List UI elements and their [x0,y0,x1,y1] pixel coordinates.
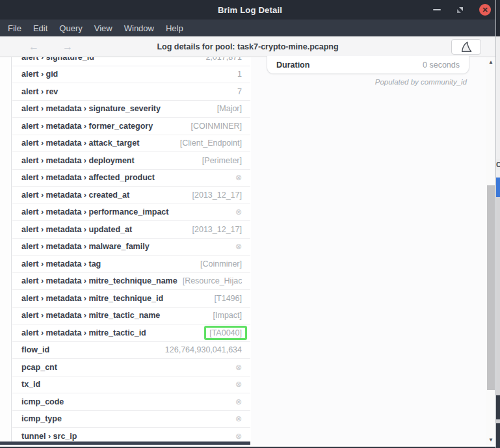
scroll-down-arrow-icon[interactable]: ▼ [486,437,495,443]
field-value: [Client_Endpoint] [180,138,242,148]
vertical-scrollbar-thumb[interactable] [487,185,495,390]
field-label: icmp_code [21,397,64,406]
left-gutter [0,57,12,445]
field-value: [Perimeter] [202,156,242,165]
field-value: [2013_12_17] [192,191,242,200]
brim-fin-button[interactable] [451,39,481,55]
field-value: [T1496] [215,294,242,303]
field-label: alert › metadata › updated_at [21,225,132,234]
field-row[interactable]: alert › metadata › mitre_technique_id[T1… [12,290,250,308]
field-row[interactable]: alert › signature_id2,017,871 [12,57,250,66]
sliver-selected-row [496,178,500,197]
field-row[interactable]: tx_id⊗ [12,376,250,394]
field-label: alert › rev [21,87,58,96]
null-value-icon: ⊗ [235,414,242,423]
field-label: pcap_cnt [21,363,57,372]
field-label: alert › metadata › malware_family [21,242,150,251]
field-row[interactable]: alert › metadata › attack_target[Client_… [12,135,250,153]
field-row[interactable]: alert › metadata › updated_at[2013_12_17… [12,221,250,239]
field-label: alert › gid [21,70,58,79]
field-row[interactable]: alert › metadata › mitre_technique_name[… [12,273,250,291]
null-value-icon: ⊗ [235,242,242,251]
field-label: alert › metadata › mitre_technique_id [21,294,163,303]
field-row[interactable]: alert › metadata › deployment[Perimeter] [12,152,250,170]
field-label: alert › metadata › attack_target [21,138,139,148]
field-label: alert › metadata › mitre_tactic_id [21,328,146,337]
menu-item-query[interactable]: Query [53,20,88,36]
vertical-scrollbar[interactable]: ▲ ▼ [486,57,495,445]
field-row[interactable]: alert › metadata › signature_severity[Ma… [12,101,250,118]
field-row[interactable]: alert › metadata › former_category[COINM… [12,118,250,135]
field-label: tx_id [21,380,40,389]
sliver-dark-block-2 [496,423,500,448]
detail-panel: Duration 0 seconds Populated by communit… [251,57,486,445]
sliver-titlebar [496,0,500,36]
field-label: alert › metadata › mitre_technique_name [21,276,178,285]
sliver-partial-text: C [496,159,500,170]
field-label: tunnel › src_ip [21,432,77,441]
field-value: 126,764,930,041,634 [165,345,242,354]
field-row[interactable]: alert › metadata › mitre_tactic_name[Imp… [12,308,250,325]
field-row[interactable]: alert › metadata › affected_product⊗ [12,170,250,187]
field-row[interactable]: alert › metadata › malware_family⊗ [12,239,250,256]
field-value: [Resource_Hijac… [183,276,242,285]
field-row[interactable]: alert › gid1 [12,66,250,84]
menu-bar: FileEditQueryViewWindowHelp [0,20,495,36]
menu-item-view[interactable]: View [88,20,118,36]
field-row[interactable]: alert › rev7 [12,83,250,101]
menu-item-edit[interactable]: Edit [27,20,53,36]
field-value: [2013_12_17] [192,225,242,234]
field-label: alert › metadata › created_at [21,191,129,200]
scroll-up-arrow-icon[interactable]: ▲ [486,59,495,65]
horizontal-scrollbar-thumb[interactable] [0,441,250,445]
null-value-icon: ⊗ [235,397,242,406]
field-row[interactable]: icmp_type⊗ [12,411,250,428]
field-row[interactable]: alert › metadata › mitre_tactic_id[TA004… [12,324,250,342]
null-value-icon: ⊗ [235,432,242,441]
menu-item-window[interactable]: Window [118,20,160,36]
brim-fin-icon [460,41,473,53]
null-value-icon: ⊗ [235,380,242,389]
field-label: alert › metadata › mitre_tactic_name [21,311,160,320]
back-button[interactable]: ← [25,40,43,53]
field-label: alert › metadata › signature_severity [21,104,161,113]
field-label: alert › metadata › former_category [21,122,153,131]
field-label: alert › metadata › affected_product [21,173,155,182]
field-row[interactable]: icmp_code⊗ [12,393,250,411]
field-row[interactable]: pcap_cnt⊗ [12,359,250,376]
forward-button[interactable]: → [59,40,77,53]
field-label: alert › metadata › tag [21,259,101,269]
field-value: [COINMINER] [191,122,242,131]
field-label: alert › metadata › deployment [21,156,135,165]
field-label: alert › metadata › performance_impact [21,207,168,217]
minimize-button[interactable] [433,9,441,10]
field-label: icmp_type [21,414,62,423]
field-value: 1 [237,70,242,79]
null-value-icon: ⊗ [235,207,242,217]
sliver-gap [496,170,500,178]
field-row[interactable]: alert › metadata › created_at[2013_12_17… [12,187,250,204]
window-title: Brim Log Detail [218,5,282,15]
field-row[interactable]: flow_id126,764,930,041,634 [12,342,250,360]
brim-log-detail-window: Brim Log Detail ✕ FileEditQueryViewWindo… [0,0,500,448]
duration-card: Duration 0 seconds [267,56,469,74]
field-value: 2,017,871 [205,57,242,62]
close-button[interactable]: ✕ [479,4,491,16]
field-value: [Major] [217,104,242,113]
background-window-sliver: C [495,0,500,448]
field-label: flow_id [21,345,49,354]
null-value-icon: ⊗ [235,173,242,182]
menu-item-help[interactable]: Help [160,20,189,36]
field-value-highlighted: [TA0040] [204,326,247,340]
duration-label: Duration [276,60,309,70]
content-area: alert › signature_id2,017,871alert › gid… [0,57,495,447]
field-row[interactable]: alert › metadata › tag[Coinminer] [12,256,250,273]
field-row[interactable]: alert › metadata › performance_impact⊗ [12,204,250,222]
restore-button[interactable] [456,7,464,14]
menu-item-file[interactable]: File [2,20,27,36]
fields-list: alert › signature_id2,017,871alert › gid… [12,57,250,445]
null-value-icon: ⊗ [235,363,242,372]
field-value: [Impact] [213,311,242,320]
title-bar: Brim Log Detail ✕ [0,0,500,20]
field-value: 7 [237,87,242,96]
